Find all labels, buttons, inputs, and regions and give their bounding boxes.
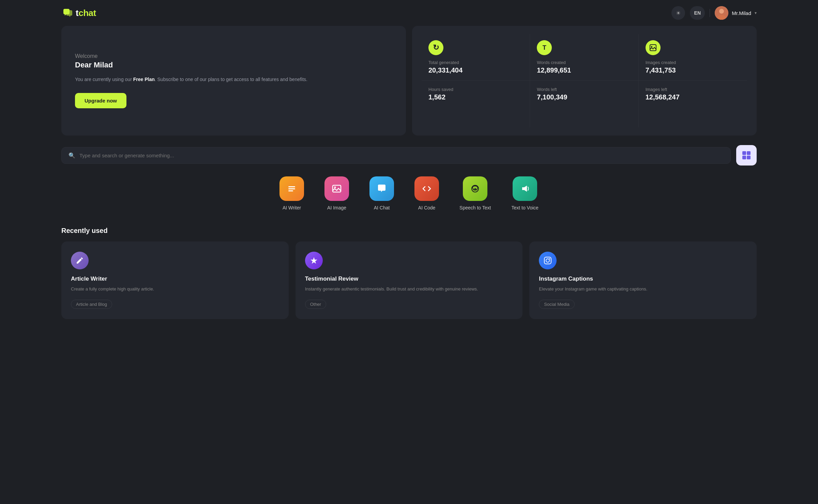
tool-ai-chat[interactable]: AI Chat — [369, 176, 394, 210]
ai-writer-icon-wrap — [279, 176, 304, 201]
avatar — [715, 6, 728, 20]
total-generated-icon: ↻ — [428, 40, 443, 55]
search-bar: 🔍 — [61, 147, 731, 164]
search-row: 🔍 — [61, 145, 757, 166]
upgrade-now-button[interactable]: Upgrade now — [75, 93, 126, 108]
recently-used-section: Recently used Article Writer Create a fu… — [61, 227, 757, 319]
svg-point-18 — [546, 259, 549, 262]
logo[interactable]: tchat — [61, 7, 96, 19]
svg-point-2 — [719, 9, 724, 14]
article-writer-tag: Article and Blog — [71, 300, 112, 309]
images-created-value: 7,431,753 — [646, 66, 740, 74]
welcome-label: Welcome — [75, 53, 392, 59]
ai-writer-label: AI Writer — [283, 205, 301, 210]
speech-to-text-icon — [470, 183, 481, 194]
stat-words-created: T Words created 12,899,651 — [530, 34, 638, 81]
grid-icon — [742, 151, 751, 160]
instagram-title: Instagram Captions — [539, 275, 747, 282]
svg-rect-11 — [288, 188, 295, 189]
svg-rect-6 — [742, 151, 746, 155]
recently-card-testimonial[interactable]: Testimonial Review Instantly generate au… — [296, 241, 523, 319]
tool-ai-code[interactable]: AI Code — [414, 176, 439, 210]
svg-point-5 — [651, 46, 652, 47]
grid-view-button[interactable] — [736, 145, 757, 166]
images-created-icon — [646, 40, 661, 55]
testimonial-icon — [305, 252, 323, 269]
logo-text: tchat — [76, 8, 96, 18]
theme-toggle-button[interactable]: ☀ — [671, 6, 685, 20]
recently-card-instagram[interactable]: Instagram Captions Elevate your Instagra… — [529, 241, 757, 319]
top-cards-row: Welcome Dear Milad You are currently usi… — [61, 26, 757, 136]
stat-images-left: Images left 12,568,247 — [639, 81, 747, 127]
svg-rect-8 — [742, 156, 746, 159]
svg-rect-17 — [544, 257, 551, 264]
instagram-desc: Elevate your Instagram game with captiva… — [539, 286, 747, 293]
language-button[interactable]: EN — [690, 6, 705, 20]
svg-rect-16 — [474, 188, 476, 190]
text-to-voice-icon-wrap — [513, 176, 537, 201]
tools-row: AI Writer AI Image AI Chat — [61, 176, 757, 210]
words-left-label: Words left — [537, 87, 631, 92]
language-label: EN — [694, 10, 701, 16]
ai-image-label: AI Image — [327, 205, 346, 210]
speech-to-text-label: Speech to Text — [459, 205, 491, 210]
ai-chat-label: AI Chat — [374, 205, 390, 210]
words-created-label: Words created — [537, 60, 631, 65]
ai-image-icon — [331, 183, 342, 194]
sun-icon: ☀ — [676, 10, 681, 16]
svg-rect-9 — [747, 156, 751, 159]
stat-total-generated: ↻ Total generated 20,331,404 — [422, 34, 530, 81]
svg-rect-10 — [288, 186, 295, 187]
avatar-image — [715, 6, 728, 20]
stat-words-left: Words left 7,100,349 — [530, 81, 638, 127]
svg-point-14 — [334, 187, 336, 188]
hours-saved-label: Hours saved — [428, 87, 523, 92]
main-content: Welcome Dear Milad You are currently usi… — [0, 26, 818, 340]
total-generated-label: Total generated — [428, 60, 523, 65]
total-generated-value: 20,331,404 — [428, 66, 523, 74]
tool-speech-to-text[interactable]: Speech to Text — [459, 176, 491, 210]
speech-to-text-icon-wrap — [463, 176, 487, 201]
images-created-label: Images created — [646, 60, 740, 65]
user-menu[interactable]: Mr.Milad ▾ — [715, 6, 757, 20]
logo-icon — [61, 7, 74, 19]
svg-rect-12 — [288, 190, 293, 191]
hours-saved-value: 1,562 — [428, 93, 523, 101]
svg-rect-13 — [333, 185, 341, 192]
ai-chat-icon — [376, 183, 387, 194]
header-right: ☀ EN Mr.Milad ▾ — [671, 6, 757, 20]
images-left-value: 12,568,247 — [646, 93, 740, 101]
tool-text-to-voice[interactable]: Text to Voice — [511, 176, 538, 210]
ai-code-label: AI Code — [418, 205, 436, 210]
ai-code-icon — [421, 183, 432, 194]
search-icon: 🔍 — [69, 152, 75, 159]
recently-used-grid: Article Writer Create a fully complete h… — [61, 241, 757, 319]
article-writer-title: Article Writer — [71, 275, 279, 282]
text-to-voice-label: Text to Voice — [511, 205, 538, 210]
instagram-tag: Social Media — [539, 300, 574, 309]
ai-writer-icon — [286, 183, 297, 194]
svg-rect-4 — [650, 45, 656, 51]
search-input[interactable] — [79, 153, 724, 158]
recently-card-article-writer[interactable]: Article Writer Create a fully complete h… — [61, 241, 289, 319]
words-created-icon: T — [537, 40, 552, 55]
recently-used-title: Recently used — [61, 227, 757, 235]
welcome-description: You are currently using our Free Plan. S… — [75, 76, 392, 83]
svg-rect-7 — [747, 151, 751, 155]
testimonial-tag: Other — [305, 300, 327, 309]
testimonial-title: Testimonial Review — [305, 275, 513, 282]
tool-ai-writer[interactable]: AI Writer — [279, 176, 304, 210]
article-writer-desc: Create a fully complete high quality art… — [71, 286, 279, 293]
article-writer-icon — [71, 252, 89, 269]
welcome-name: Dear Milad — [75, 61, 392, 69]
ai-code-icon-wrap — [414, 176, 439, 201]
svg-point-19 — [549, 258, 550, 259]
testimonial-desc: Instantly generate authentic testimonial… — [305, 286, 513, 293]
ai-chat-icon-wrap — [369, 176, 394, 201]
welcome-card: Welcome Dear Milad You are currently usi… — [61, 26, 406, 136]
images-left-label: Images left — [646, 87, 740, 92]
words-left-value: 7,100,349 — [537, 93, 631, 101]
tool-ai-image[interactable]: AI Image — [324, 176, 349, 210]
words-created-value: 12,899,651 — [537, 66, 631, 74]
stats-card: ↻ Total generated 20,331,404 T Words cre… — [412, 26, 757, 136]
